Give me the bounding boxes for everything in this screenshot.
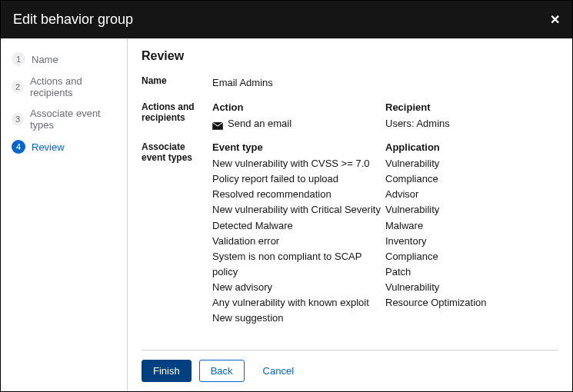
step-label: Associate event types (30, 108, 116, 131)
application-header: Application (385, 141, 558, 153)
back-button[interactable]: Back (199, 360, 245, 382)
main-panel: Review Name Email Admins Actions and rec… (128, 38, 572, 391)
review-actions-row: Actions and recipients Action Send an em… (142, 101, 558, 131)
event-type-item: Resolved recommendation (212, 187, 385, 202)
action-value: Send an email (212, 116, 385, 131)
close-icon[interactable]: ✕ (550, 12, 560, 27)
review-events-row: Associate event types Event type New vul… (142, 141, 558, 327)
envelope-icon (212, 119, 223, 127)
event-type-item: New vulnerability with CVSS >= 7.0 (212, 156, 385, 171)
wizard-footer: Finish Back Cancel (142, 350, 558, 391)
actions-label: Actions and recipients (142, 101, 212, 131)
application-item: Compliance (385, 249, 558, 264)
page-title: Review (142, 49, 558, 63)
modal-header: Edit behavior group ✕ (1, 1, 572, 38)
step-associate-event-types[interactable]: 3 Associate event types (1, 103, 127, 135)
main-content: Review Name Email Admins Actions and rec… (142, 49, 558, 350)
assoc-label: Associate event types (142, 141, 212, 327)
step-name[interactable]: 1 Name (1, 48, 127, 71)
application-item: Resource Optimization (385, 295, 558, 311)
step-number: 1 (12, 52, 25, 66)
name-label: Name (142, 75, 212, 91)
step-number: 3 (12, 112, 24, 126)
application-item: Patch (385, 264, 558, 280)
finish-button[interactable]: Finish (142, 360, 192, 382)
event-type-item: New vulnerability with Critical Severity (212, 202, 385, 218)
application-item: Malware (385, 218, 558, 234)
event-type-item: New advisory (212, 280, 385, 295)
event-type-item: Validation error (212, 234, 385, 249)
wizard-sidebar: 1 Name 2 Actions and recipients 3 Associ… (1, 38, 128, 391)
modal: Edit behavior group ✕ 1 Name 2 Actions a… (0, 0, 573, 392)
application-item: Vulnerability (385, 202, 558, 218)
cancel-button[interactable]: Cancel (252, 360, 305, 381)
modal-body: 1 Name 2 Actions and recipients 3 Associ… (1, 38, 572, 391)
application-item: Inventory (385, 234, 558, 249)
event-type-item: System is non compliant to SCAP policy (212, 249, 385, 280)
event-type-list: New vulnerability with CVSS >= 7.0Policy… (212, 156, 385, 327)
name-value: Email Admins (212, 75, 558, 91)
step-actions-recipients[interactable]: 2 Actions and recipients (1, 71, 127, 103)
step-number: 4 (12, 140, 25, 154)
application-list: VulnerabilityComplianceAdvisorVulnerabil… (385, 156, 558, 311)
application-column: Application VulnerabilityComplianceAdvis… (385, 141, 558, 327)
step-label: Actions and recipients (30, 75, 116, 98)
modal-title: Edit behavior group (13, 12, 133, 28)
event-type-item: Policy report failed to upload (212, 171, 385, 187)
event-type-item: Detected Malware (212, 218, 385, 234)
event-type-header: Event type (212, 141, 385, 153)
recipient-header: Recipient (385, 101, 558, 113)
application-item: Advisor (385, 187, 558, 202)
application-item: Compliance (385, 171, 558, 187)
event-type-item: New suggestion (212, 311, 385, 326)
application-item: Vulnerability (385, 156, 558, 171)
event-type-column: Event type New vulnerability with CVSS >… (212, 141, 385, 327)
step-label: Review (32, 141, 65, 153)
step-review[interactable]: 4 Review (1, 135, 127, 158)
review-name-row: Name Email Admins (142, 75, 558, 91)
step-number: 2 (12, 80, 24, 94)
recipient-value: Users: Admins (385, 116, 558, 131)
action-header: Action (212, 101, 385, 113)
event-type-item: Any vulnerability with known exploit (212, 295, 385, 311)
action-text: Send an email (228, 116, 291, 131)
application-item: Vulnerability (385, 280, 558, 295)
step-label: Name (32, 54, 58, 65)
